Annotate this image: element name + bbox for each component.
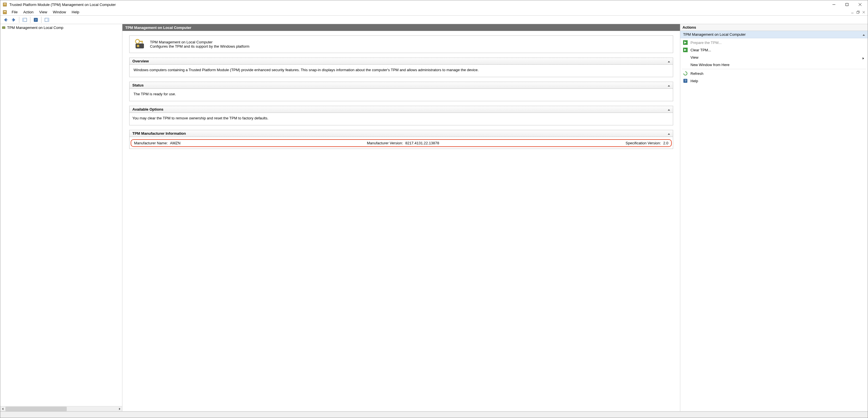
action-label: Clear TPM... bbox=[690, 48, 711, 52]
actions-subheader[interactable]: TPM Management on Local Computer bbox=[680, 31, 868, 38]
action-label: Prepare the TPM... bbox=[690, 40, 722, 45]
svg-rect-0 bbox=[3, 3, 6, 6]
maximize-button[interactable] bbox=[840, 0, 854, 9]
titlebar: Trusted Platform Module (TPM) Management… bbox=[0, 0, 868, 9]
spec-version-label: Specification Version: bbox=[626, 141, 661, 145]
main-row: TPM Management on Local Comp TPM Managem… bbox=[0, 24, 868, 412]
tree-panel: TPM Management on Local Comp bbox=[0, 24, 122, 411]
collapse-caret-icon bbox=[668, 107, 670, 111]
app-icon bbox=[3, 2, 7, 7]
toolbar-show-hide-tree-button[interactable] bbox=[21, 16, 28, 24]
mdi-minimize-button[interactable] bbox=[850, 10, 855, 15]
actions-subheader-label: TPM Management on Local Computer bbox=[683, 32, 746, 37]
svg-rect-13 bbox=[6, 19, 7, 20]
options-title: Available Options bbox=[132, 107, 163, 111]
action-label: Refresh bbox=[690, 71, 704, 76]
arrow-right-green-icon bbox=[683, 40, 688, 45]
help-icon: ? bbox=[683, 78, 688, 83]
menu-window[interactable]: Window bbox=[50, 9, 69, 15]
toolbar-separator-3 bbox=[41, 17, 41, 23]
menu-view[interactable]: View bbox=[36, 9, 50, 15]
actions-title: Actions bbox=[680, 24, 868, 31]
overview-group: Overview Windows computers containing a … bbox=[129, 58, 673, 77]
svg-rect-20 bbox=[48, 18, 49, 22]
options-group-header[interactable]: Available Options bbox=[129, 106, 673, 113]
manufacturer-group-header[interactable]: TPM Manufacturer Information bbox=[129, 130, 673, 137]
menu-action[interactable]: Action bbox=[21, 9, 36, 15]
window-title: Trusted Platform Module (TPM) Management… bbox=[9, 3, 827, 7]
manufacturer-version-label: Manufacturer Version: bbox=[367, 141, 403, 145]
tpm-chip-icon bbox=[1, 25, 6, 30]
svg-rect-6 bbox=[3, 10, 6, 14]
tpm-key-icon bbox=[133, 39, 145, 50]
scroll-right-button[interactable] bbox=[117, 406, 122, 412]
mmc-window: Trusted Platform Module (TPM) Management… bbox=[0, 0, 868, 418]
action-clear-tpm[interactable]: Clear TPM... bbox=[680, 46, 868, 54]
scroll-thumb[interactable] bbox=[5, 407, 67, 411]
tree-horizontal-scrollbar[interactable] bbox=[0, 406, 122, 411]
minimize-button[interactable] bbox=[827, 0, 840, 9]
intro-desc: Configures the TPM and its support by th… bbox=[150, 44, 249, 48]
intro-title: TPM Management on Local Computer bbox=[150, 40, 249, 44]
toolbar-forward-button[interactable] bbox=[10, 16, 17, 24]
svg-rect-3 bbox=[846, 3, 848, 6]
arrow-right-green-icon bbox=[683, 48, 688, 52]
action-help[interactable]: ? Help bbox=[680, 77, 868, 84]
scroll-left-button[interactable] bbox=[0, 406, 5, 412]
collapse-caret-icon bbox=[668, 83, 670, 88]
statusbar bbox=[0, 412, 868, 418]
svg-rect-25 bbox=[137, 45, 139, 47]
manufacturer-name-cell: Manufacturer Name: AMZN bbox=[134, 141, 180, 145]
submenu-arrow-icon bbox=[863, 56, 865, 59]
collapse-caret-icon bbox=[668, 131, 670, 136]
svg-rect-28 bbox=[142, 42, 143, 43]
tree-body[interactable]: TPM Management on Local Comp bbox=[0, 24, 122, 406]
mdi-restore-button[interactable] bbox=[856, 10, 861, 15]
collapse-caret-icon bbox=[863, 32, 865, 37]
toolbar-help-button[interactable]: ? bbox=[32, 16, 39, 24]
svg-rect-1 bbox=[4, 4, 6, 4]
close-button[interactable] bbox=[854, 0, 867, 9]
tree-node-tpm-root[interactable]: TPM Management on Local Comp bbox=[1, 25, 122, 30]
menubar: File Action View Window Help bbox=[0, 9, 868, 15]
toolbar-back-button[interactable] bbox=[2, 16, 9, 24]
options-group: Available Options You may clear the TPM … bbox=[129, 106, 673, 125]
intro-text: TPM Management on Local Computer Configu… bbox=[150, 40, 249, 48]
mdi-close-button[interactable] bbox=[861, 10, 866, 15]
center-panel: TPM Management on Local Computer TPM bbox=[122, 24, 680, 411]
svg-rect-22 bbox=[3, 26, 3, 27]
action-prepare-tpm[interactable]: Prepare the TPM... bbox=[680, 39, 868, 46]
status-group-header[interactable]: Status bbox=[129, 82, 673, 89]
svg-rect-14 bbox=[12, 19, 13, 20]
manufacturer-version-cell: Manufacturer Version: 8217.4131.22.13878 bbox=[367, 141, 439, 145]
center-body[interactable]: TPM Management on Local Computer Configu… bbox=[122, 31, 680, 411]
action-separator bbox=[682, 69, 866, 69]
toolbar-separator-2 bbox=[30, 17, 30, 23]
options-text: You may clear the TPM to remove ownershi… bbox=[132, 116, 269, 120]
manufacturer-name-value: AMZN bbox=[170, 141, 181, 145]
svg-rect-7 bbox=[4, 11, 6, 12]
action-new-window[interactable]: New Window from Here bbox=[680, 61, 868, 68]
toolbar-separator bbox=[19, 17, 19, 23]
manufacturer-name-label: Manufacturer Name: bbox=[134, 141, 168, 145]
svg-rect-27 bbox=[139, 41, 143, 42]
menubar-app-icon bbox=[3, 10, 7, 14]
scroll-track[interactable] bbox=[5, 406, 117, 412]
actions-panel: Actions TPM Management on Local Computer… bbox=[680, 24, 868, 411]
status-group: Status The TPM is ready for use. bbox=[129, 82, 673, 101]
svg-point-26 bbox=[135, 39, 140, 43]
toolbar-show-hide-action-pane-button[interactable] bbox=[43, 16, 51, 24]
menu-file[interactable]: File bbox=[9, 9, 21, 15]
action-label: View bbox=[690, 55, 699, 60]
refresh-icon bbox=[683, 71, 688, 76]
action-label: New Window from Here bbox=[690, 63, 730, 67]
manufacturer-version-value: 8217.4131.22.13878 bbox=[405, 141, 439, 145]
actions-list: Prepare the TPM... Clear TPM... View New… bbox=[680, 38, 868, 85]
mdi-controls bbox=[849, 10, 867, 15]
action-view[interactable]: View bbox=[680, 54, 868, 61]
spec-version-cell: Specification Version: 2.0 bbox=[626, 141, 668, 145]
svg-rect-16 bbox=[23, 18, 24, 22]
overview-group-header[interactable]: Overview bbox=[129, 58, 673, 65]
menu-help[interactable]: Help bbox=[69, 9, 82, 15]
action-refresh[interactable]: Refresh bbox=[680, 70, 868, 77]
